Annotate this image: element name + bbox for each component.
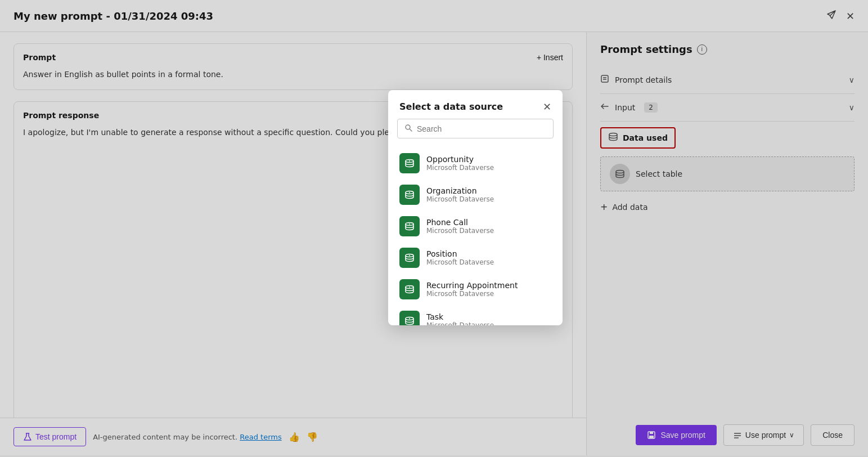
modal-list-item[interactable]: Position Microsoft Dataverse — [388, 242, 563, 274]
item-name: Opportunity — [426, 155, 494, 164]
svg-point-22 — [409, 286, 410, 288]
svg-line-12 — [410, 129, 412, 132]
svg-point-16 — [409, 192, 410, 193]
modal-close-button[interactable]: ✕ — [543, 102, 551, 112]
dataverse-icon — [399, 248, 420, 268]
item-source: Microsoft Dataverse — [426, 258, 494, 266]
svg-point-18 — [409, 223, 410, 225]
dataverse-icon — [399, 216, 420, 236]
item-source: Microsoft Dataverse — [426, 164, 494, 172]
search-icon — [404, 124, 412, 133]
dataverse-icon — [399, 279, 420, 299]
data-source-modal: Select a data source ✕ Opportunity — [388, 90, 563, 325]
modal-search-box[interactable] — [397, 119, 554, 138]
modal-list-item[interactable]: Task Microsoft Dataverse — [388, 305, 563, 325]
svg-point-14 — [409, 160, 410, 162]
modal-list: Opportunity Microsoft Dataverse Organiza… — [388, 145, 563, 325]
item-name: Recurring Appointment — [426, 281, 518, 290]
item-name: Phone Call — [426, 218, 494, 227]
svg-point-20 — [409, 255, 410, 256]
item-name: Organization — [426, 186, 494, 195]
modal-overlay[interactable]: Select a data source ✕ Opportunity — [0, 0, 868, 457]
dataverse-icon — [399, 153, 420, 173]
modal-title: Select a data source — [399, 101, 503, 112]
item-name: Task — [426, 312, 494, 321]
item-source: Microsoft Dataverse — [426, 195, 494, 203]
modal-list-item[interactable]: Phone Call Microsoft Dataverse — [388, 210, 563, 242]
svg-point-11 — [406, 125, 410, 129]
modal-list-item[interactable]: Organization Microsoft Dataverse — [388, 179, 563, 210]
dataverse-icon — [399, 185, 420, 205]
item-source: Microsoft Dataverse — [426, 290, 518, 298]
modal-list-item[interactable]: Recurring Appointment Microsoft Datavers… — [388, 274, 563, 305]
item-source: Microsoft Dataverse — [426, 321, 494, 325]
svg-point-24 — [409, 318, 410, 319]
item-name: Position — [426, 249, 494, 258]
modal-list-item[interactable]: Opportunity Microsoft Dataverse — [388, 147, 563, 179]
search-input[interactable] — [417, 124, 546, 133]
modal-header: Select a data source ✕ — [388, 90, 563, 119]
dataverse-icon — [399, 311, 420, 325]
item-source: Microsoft Dataverse — [426, 227, 494, 235]
